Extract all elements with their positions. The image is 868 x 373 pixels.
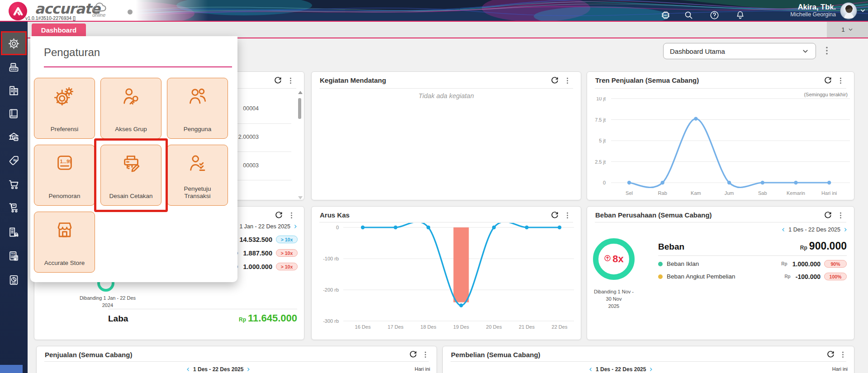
chart-subtitle: (Seminggu terakhir)	[804, 92, 848, 97]
menu-item-accurate-store[interactable]: Accurate Store	[34, 212, 95, 273]
refresh-icon[interactable]	[273, 76, 282, 85]
svg-text:Rab: Rab	[658, 190, 667, 196]
sidebar-item-sales-tag[interactable]: Rp	[0, 151, 28, 170]
scroll-down-arrow[interactable]	[298, 196, 303, 199]
svg-text:0: 0	[603, 180, 606, 185]
document-number[interactable]: 00004	[243, 105, 259, 112]
window-count-selector[interactable]: 1	[827, 22, 868, 38]
card-menu-icon[interactable]	[837, 77, 844, 85]
card-menu-icon[interactable]	[288, 212, 295, 219]
user-menu-chevron-icon[interactable]	[859, 7, 866, 14]
menu-item-pengguna[interactable]: Pengguna	[167, 78, 228, 139]
sidebar-item-company[interactable]	[0, 80, 28, 100]
card-menu-icon[interactable]	[422, 351, 429, 359]
card-menu-icon[interactable]	[564, 212, 571, 219]
chevron-right-icon[interactable]	[293, 224, 298, 229]
card-menu-icon[interactable]	[564, 77, 571, 85]
document-number[interactable]: 2.00003	[238, 134, 259, 140]
legend-row: Beban Angkut Pembelian Rp -100.000 100%	[658, 273, 847, 280]
refresh-icon[interactable]	[826, 350, 835, 359]
svg-text:-300 rb: -300 rb	[323, 318, 339, 324]
svg-text:Jum: Jum	[725, 190, 734, 196]
preferences-gears-icon	[54, 85, 75, 106]
chevron-left-icon[interactable]	[588, 367, 593, 372]
card-menu-icon[interactable]	[839, 351, 847, 359]
dashboard-select[interactable]: Dashboard Utama	[663, 43, 816, 59]
chevron-right-icon[interactable]	[649, 367, 653, 372]
menu-item-penomoran[interactable]: 1...99 Penomoran	[34, 145, 95, 206]
sidebar-item-bank[interactable]	[0, 127, 28, 147]
menu-item-penyetuju-transaksi[interactable]: Penyetuju Transaksi	[167, 145, 228, 206]
growth-ring: 8x	[593, 238, 635, 280]
svg-text:2.5 jt: 2.5 jt	[595, 159, 606, 165]
status-dot	[128, 9, 133, 14]
sidebar-item-cash-register[interactable]	[0, 57, 28, 77]
svg-text:19 Des: 19 Des	[453, 324, 469, 330]
avatar[interactable]	[840, 2, 857, 19]
legend-dot	[658, 262, 663, 266]
refresh-icon[interactable]	[550, 211, 559, 220]
laba-label: Laba	[108, 314, 128, 324]
svg-text:0: 0	[336, 225, 339, 230]
sidebar-item-settings[interactable]	[0, 33, 28, 53]
kegiatan-card: Kegiatan Mendatang Tidak ada kegiatan	[311, 71, 581, 200]
dashboard-select-value: Dashboard Utama	[670, 47, 725, 55]
card-title: Arus Kas	[320, 211, 350, 219]
cloud-icon	[91, 2, 108, 13]
currency-prefix: Rp	[800, 245, 807, 251]
scroll-up-arrow[interactable]	[298, 91, 303, 94]
user-block[interactable]: Akira, Tbk. Michelle Georgina	[790, 2, 836, 18]
search-icon[interactable]	[683, 10, 694, 20]
chevron-down-icon	[848, 27, 854, 33]
legend-label: Beban Iklan	[667, 260, 699, 267]
card-menu-icon[interactable]	[837, 212, 844, 219]
card-title: Penjualan (Semua Cabang)	[45, 351, 132, 359]
menu-item-desain-cetakan[interactable]: Desain Cetakan	[100, 145, 161, 206]
chevron-left-icon[interactable]	[186, 367, 190, 372]
document-number[interactable]: 00003	[243, 162, 259, 169]
sidebar-item-journal[interactable]	[0, 104, 28, 123]
svg-text:AI: AI	[664, 14, 667, 17]
laba-total: Rp11.645.000	[239, 312, 297, 324]
sidebar-item-tax[interactable]: TAX	[0, 246, 28, 266]
menu-item-label: Penyetuju Transaksi	[167, 185, 228, 200]
menu-item-akses-grup[interactable]: Akses Grup	[100, 78, 161, 139]
help-icon[interactable]	[709, 10, 720, 20]
notifications-icon[interactable]	[735, 10, 745, 20]
svg-text:Sel: Sel	[626, 190, 633, 196]
sidebar-item-fixed-assets[interactable]	[0, 222, 28, 242]
version-label: v1.0.1#3510-2276934 []	[25, 15, 76, 21]
chevron-left-icon[interactable]	[781, 227, 786, 232]
svg-text:TAX: TAX	[11, 252, 15, 255]
user-name: Michelle Georgina	[790, 11, 836, 18]
accurate-logo-icon[interactable]	[9, 2, 27, 20]
dashboard-options-icon[interactable]	[822, 46, 832, 56]
sidebar-item-inventory-trolley[interactable]	[0, 198, 28, 217]
date-range: 1 Jan - 22 Des 2025	[239, 223, 290, 230]
svg-text:22 Des: 22 Des	[552, 324, 568, 330]
menu-item-preferensi[interactable]: Preferensi	[34, 78, 95, 139]
pembelian-card: Pembelian (Semua Cabang) 1 Des - 22 Des …	[442, 346, 854, 373]
sidebar-footer-tile[interactable]	[0, 365, 23, 373]
tab-dashboard[interactable]: Dashboard	[32, 24, 86, 37]
chevron-right-icon[interactable]	[843, 227, 848, 232]
refresh-icon[interactable]	[408, 350, 417, 359]
accurate-online-app: accurate online v1.0.1#3510-2276934 [] A…	[0, 0, 868, 373]
ai-assistant-icon[interactable]: AI	[660, 10, 671, 20]
list-scrollbar[interactable]	[298, 91, 302, 199]
card-menu-icon[interactable]	[287, 77, 294, 85]
svg-text:Kemarin: Kemarin	[787, 190, 805, 196]
refresh-icon[interactable]	[274, 211, 283, 220]
refresh-icon[interactable]	[823, 76, 832, 85]
refresh-icon[interactable]	[550, 76, 559, 85]
scrollbar-thumb[interactable]	[298, 98, 301, 119]
sidebar-item-purchase-cart[interactable]	[0, 174, 28, 194]
refresh-icon[interactable]	[823, 211, 832, 220]
numbering-icon: 1...99	[54, 152, 75, 173]
period-label: Hari ini	[832, 366, 848, 372]
settings-popup: Pengaturan Preferensi Akses Grup Penggun…	[30, 36, 237, 282]
menu-item-label: Penomoran	[46, 193, 83, 200]
svg-text:18 Des: 18 Des	[421, 324, 436, 330]
sidebar-item-reports[interactable]	[0, 270, 28, 290]
chevron-right-icon[interactable]	[246, 367, 251, 372]
